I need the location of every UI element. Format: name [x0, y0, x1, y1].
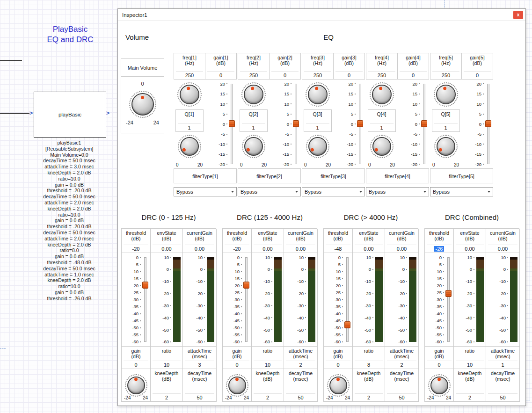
main-volume-value[interactable]: 0 — [141, 77, 144, 91]
ratio-value[interactable]: 10 — [456, 361, 484, 368]
freq-knob[interactable] — [370, 82, 394, 107]
gain-slider-handle[interactable] — [485, 120, 491, 127]
freq-param-cell: freq[5] (Hz) 250 — [430, 53, 462, 80]
gain-value[interactable]: 0 — [225, 361, 249, 368]
threshold-slider-track[interactable] — [344, 257, 351, 342]
kneedepth-value[interactable]: 2 — [355, 393, 383, 400]
gain-knob[interactable] — [226, 374, 248, 397]
gain-value[interactable]: 0 — [464, 71, 491, 78]
decaytime-value[interactable]: 50 — [286, 393, 315, 400]
gain-value[interactable]: 0 — [427, 361, 452, 368]
signal-wire — [508, 4, 532, 4]
gain-slider-handle[interactable] — [229, 120, 235, 127]
gain-slider-handle[interactable] — [357, 120, 363, 127]
threshold-slider-track[interactable] — [142, 257, 149, 342]
kneedepth-value[interactable]: 2 — [254, 393, 282, 400]
tick: -15 — [347, 152, 356, 157]
tick: -40 — [196, 315, 205, 320]
threshold-slider-handle[interactable] — [243, 282, 249, 289]
gain-knob[interactable] — [327, 374, 350, 397]
freq-value[interactable]: 250 — [240, 71, 267, 78]
attacktime-value[interactable]: 2 — [286, 361, 315, 368]
close-icon[interactable]: x — [513, 11, 523, 19]
attacktime-value[interactable]: 3 — [185, 361, 214, 368]
gain-knob-cell: -24 24 — [324, 369, 353, 402]
freq-value[interactable]: 250 — [304, 71, 331, 78]
gain-value[interactable]: 0 — [207, 71, 234, 78]
ratio-value[interactable]: 10 — [153, 361, 181, 368]
filter-type-dropdown[interactable]: Bypass — [174, 187, 237, 196]
q-value[interactable]: 1 — [434, 123, 458, 130]
gain-slider-track[interactable] — [229, 84, 235, 164]
freq-unit: (Hz) — [185, 60, 194, 66]
tick: 15 — [412, 92, 420, 96]
threshold-value[interactable]: -20 — [225, 245, 249, 252]
q-knob[interactable] — [178, 135, 201, 158]
meter-scale: 100-10-20-30-40-50-60 — [253, 255, 273, 344]
threshold-value[interactable]: -26 — [427, 245, 452, 252]
filter-type-dropdown[interactable]: Bypass — [366, 187, 429, 196]
kneedepth-value[interactable]: 2 — [153, 393, 181, 400]
playbasic-block[interactable]: playBasic — [34, 92, 106, 138]
threshold-slider-track[interactable] — [243, 257, 250, 342]
q-knob[interactable] — [242, 135, 265, 158]
gain-slider-track[interactable] — [485, 84, 492, 164]
q-value[interactable]: 1 — [306, 123, 329, 130]
decaytime-value[interactable]: 50 — [185, 393, 214, 400]
q-value[interactable]: 1 — [370, 123, 394, 130]
q-value[interactable]: 1 — [178, 123, 201, 130]
threshold-value[interactable]: -48 — [326, 245, 350, 252]
tick: -55 — [334, 333, 343, 337]
threshold-slider-track[interactable] — [445, 257, 452, 342]
gain-slider-handle[interactable] — [293, 120, 299, 127]
freq-knob[interactable] — [434, 82, 458, 107]
freq-param-cell: freq[2] (Hz) 250 — [238, 53, 270, 80]
q-knob[interactable] — [434, 135, 458, 158]
gain-value[interactable]: 0 — [271, 71, 299, 78]
knob-indicator — [187, 87, 190, 90]
freq-knob[interactable] — [241, 82, 266, 107]
attacktime-value[interactable]: 2 — [387, 361, 416, 368]
decaytime-param-cell: decayTime (msec) 50 — [284, 369, 318, 402]
tick: -50 — [398, 327, 407, 332]
gain-knob[interactable] — [125, 374, 147, 397]
window-titlebar[interactable]: Inspector1 x — [118, 9, 525, 21]
gain-slider-track[interactable] — [293, 84, 299, 164]
q-value[interactable]: 1 — [242, 123, 265, 130]
filter-type-dropdown[interactable]: Bypass — [302, 187, 365, 196]
gain-knob[interactable] — [428, 374, 451, 397]
gain-slider-track[interactable] — [357, 84, 364, 164]
filter-type-dropdown[interactable]: Bypass — [238, 187, 301, 196]
threshold-slider-handle[interactable] — [445, 290, 452, 297]
filter-type-dropdown[interactable]: Bypass — [430, 187, 493, 196]
freq-value[interactable]: 250 — [432, 71, 459, 78]
freq-knob[interactable] — [177, 82, 202, 107]
gain-slider-track[interactable] — [421, 84, 428, 164]
q-knob[interactable] — [370, 135, 394, 158]
knob-indicator — [379, 87, 383, 90]
decaytime-value[interactable]: 50 — [488, 393, 517, 400]
q-knob[interactable] — [306, 135, 329, 158]
threshold-value[interactable]: -20 — [124, 245, 148, 252]
ratio-value[interactable]: 10 — [254, 361, 282, 368]
gain-slider-handle[interactable] — [421, 120, 427, 127]
threshold-slider-handle[interactable] — [142, 282, 148, 289]
eq-channel: freq[2] (Hz) 250 gain[2] (dB) 0 — [238, 53, 301, 196]
attacktime-label: attackTime — [188, 348, 211, 354]
kneedepth-value[interactable]: 2 — [456, 393, 484, 400]
freq-value[interactable]: 250 — [176, 71, 203, 78]
tick: -25 — [334, 290, 343, 295]
decaytime-value[interactable]: 50 — [387, 393, 416, 400]
attacktime-value[interactable]: 1 — [488, 361, 517, 368]
gain-value[interactable]: 0 — [326, 361, 350, 368]
freq-value[interactable]: 250 — [368, 71, 395, 78]
gain-value[interactable]: 0 — [400, 71, 427, 78]
main-volume-knob[interactable] — [129, 91, 156, 118]
freq-knob[interactable] — [306, 82, 330, 107]
threshold-slider-handle[interactable] — [344, 321, 350, 328]
tick: 15 — [348, 92, 356, 96]
threshold-unit: (dB) — [233, 236, 242, 241]
gain-value[interactable]: 0 — [335, 71, 363, 78]
ratio-value[interactable]: 8 — [355, 361, 383, 368]
gain-value[interactable]: 0 — [124, 361, 148, 368]
